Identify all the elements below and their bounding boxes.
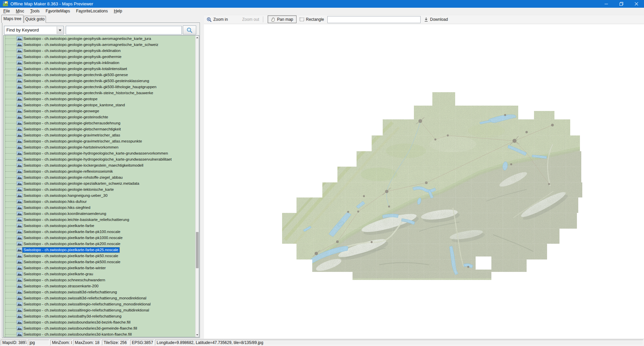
tree-item[interactable]: Swisstopo - ch.swisstopo.swissaltiregio-… (4, 301, 195, 307)
tree-item[interactable]: Swisstopo - ch.swisstopo.geologie-geotop… (4, 96, 195, 102)
menu-item-misc[interactable]: Misc (13, 8, 27, 15)
tree-connector (5, 141, 16, 141)
minimize-button[interactable] (599, 0, 614, 8)
tree-item[interactable]: Swisstopo - ch.swisstopo.pixelkarte-grau (4, 271, 195, 277)
map-layer-icon (16, 223, 23, 228)
tree-item[interactable]: Swisstopo - ch.swisstopo.pixelkarte-farb… (4, 247, 195, 253)
tree-item[interactable]: Swisstopo - ch.swisstopo.geologie-geoweg… (4, 108, 195, 114)
tree-scrollbar[interactable] (195, 36, 199, 337)
tree-item[interactable]: Swisstopo - ch.swisstopo.pixelkarte-farb… (4, 235, 195, 241)
menu-item-favoritelocations[interactable]: FavoriteLocations (73, 8, 111, 15)
map-layer-icon (16, 78, 23, 83)
tree-item[interactable]: Swisstopo - ch.swisstopo.pixelkarte-farb… (4, 259, 195, 265)
tree-item[interactable]: Swisstopo - ch.swisstopo.swissboundaries… (4, 319, 195, 325)
pan-map-button[interactable]: Pan map (268, 15, 297, 23)
tree-item[interactable]: Swisstopo - ch.swisstopo.pixelkarte-farb… (4, 253, 195, 259)
pan-map-label: Pan map (277, 17, 293, 22)
tree-item[interactable]: Swisstopo - ch.swisstopo.swissaltiregio-… (4, 307, 195, 313)
find-mode-combobox[interactable]: Find by Keyword (4, 26, 64, 35)
map-canvas[interactable] (204, 24, 644, 339)
tree-item[interactable]: Swisstopo - ch.swisstopo.geologie-geophy… (4, 60, 195, 66)
tree-item[interactable]: Swisstopo - ch.swisstopo.geologie-geotec… (4, 90, 195, 96)
tree-item[interactable]: Swisstopo - ch.swisstopo.geologie-geotop… (4, 102, 195, 108)
tree-item[interactable]: Swisstopo - ch.swisstopo.geologie-hydrog… (4, 150, 195, 156)
map-layer-icon (16, 284, 23, 288)
tree-item[interactable]: Swisstopo - ch.swisstopo.hiks-siegfried (4, 205, 195, 211)
menu-item-file[interactable]: File (0, 8, 13, 15)
tree-item-label: Swisstopo - ch.swisstopo.leichte-basiska… (22, 217, 130, 222)
tree-item[interactable]: Swisstopo - ch.swisstopo.swissboundaries… (4, 325, 195, 331)
tree-item[interactable]: Swisstopo - ch.swisstopo.geologie-geophy… (4, 66, 195, 72)
menu-item-tools[interactable]: Tools (27, 8, 43, 15)
tree-item[interactable]: Swisstopo - ch.swisstopo.pixelkarte-farb… (4, 229, 195, 235)
tree-item[interactable]: Swisstopo - ch.swisstopo.geologie-reflex… (4, 168, 195, 174)
tree-item[interactable]: Swisstopo - ch.swisstopo.geologie-geophy… (4, 42, 195, 48)
tree-item[interactable]: Swisstopo - ch.swisstopo.schneeschuhwand… (4, 277, 195, 283)
tree-item[interactable]: Swisstopo - ch.swisstopo.geologie-geophy… (4, 36, 195, 42)
tree-item[interactable]: Swisstopo - ch.swisstopo.swissalti3d-rel… (4, 295, 195, 301)
tree-item[interactable]: Swisstopo - ch.swisstopo.geologie-hydrog… (4, 156, 195, 162)
scrollbar-thumb[interactable] (196, 232, 199, 268)
tree-item[interactable]: Swisstopo - ch.swisstopo.pixelkarte-farb… (4, 265, 195, 271)
tree-item-label: Swisstopo - ch.swisstopo.swissalti3d-rel… (22, 290, 118, 295)
download-range-input[interactable] (327, 16, 421, 23)
tree-item[interactable]: Swisstopo - ch.swisstopo.leichte-basiska… (4, 217, 195, 223)
tree-item[interactable]: Swisstopo - ch.swisstopo.geologie-gestei… (4, 114, 195, 120)
tree-item[interactable]: Swisstopo - ch.swisstopo.geologie-geophy… (4, 48, 195, 54)
tree-item[interactable]: Swisstopo - ch.swisstopo.geologie-spezia… (4, 180, 195, 186)
tree-item[interactable]: Swisstopo - ch.swisstopo.geologie-geotec… (4, 78, 195, 84)
tree-item[interactable]: Swisstopo - ch.swisstopo.koordinatenaend… (4, 211, 195, 217)
menu-item-favoritemaps[interactable]: FavoriteMaps (43, 8, 73, 15)
tree-item-label: Swisstopo - ch.swisstopo.geologie-spezia… (22, 181, 140, 186)
tab-maps-tree[interactable]: Maps tree (1, 15, 23, 23)
rectangle-select-icon (300, 17, 304, 21)
tree-item-label: Swisstopo - ch.swisstopo.geologie-geotec… (22, 91, 154, 96)
tree-item[interactable]: Swisstopo - ch.swisstopo.hangneigung-ueb… (4, 192, 195, 198)
tree-item[interactable]: Swisstopo - ch.swisstopo.swissbathy3d-re… (4, 313, 195, 319)
switzerland-map-preview[interactable] (278, 91, 587, 282)
tree-item[interactable]: Swisstopo - ch.swisstopo.geologie-gletsc… (4, 120, 195, 126)
maps-tree-panel: Find by Keyword Swisstopo - ch.swisstopo… (2, 22, 200, 338)
scroll-down-button[interactable] (196, 333, 199, 337)
map-layer-icon (16, 272, 23, 276)
tree-item[interactable]: Swisstopo - ch.swisstopo.geologie-rohsto… (4, 174, 195, 180)
rectangle-button[interactable]: Rectangle (300, 15, 324, 24)
tab-quick-goto[interactable]: Quick goto (24, 16, 46, 23)
tree-item-label: Swisstopo - ch.swisstopo.pixelkarte-farb… (22, 229, 121, 234)
tree-item[interactable]: Swisstopo - ch.swisstopo.geologie-hartst… (4, 144, 195, 150)
search-button[interactable] (183, 25, 196, 35)
tree-item[interactable]: Swisstopo - ch.swisstopo.geologie-gravim… (4, 138, 195, 144)
zoom-out-button[interactable]: Zoom out (242, 15, 259, 24)
map-layer-icon (16, 84, 23, 89)
tree-item[interactable]: Swisstopo - ch.swisstopo.geologie-gletsc… (4, 126, 195, 132)
tree-item[interactable]: Swisstopo - ch.swisstopo.geologie-geotec… (4, 84, 195, 90)
download-button[interactable]: Download (424, 15, 448, 24)
search-icon (186, 27, 193, 34)
combo-dropdown-button[interactable] (57, 26, 63, 34)
tree-connector (5, 183, 16, 184)
restore-button[interactable] (614, 0, 629, 8)
zoom-in-button[interactable]: Zoom in (207, 15, 228, 24)
tree-item[interactable]: Swisstopo - ch.swisstopo.geologie-geophy… (4, 54, 195, 60)
keyword-input[interactable] (66, 26, 182, 35)
tree-item[interactable]: Swisstopo - ch.swisstopo.pixelkarte-farb… (4, 223, 195, 229)
menu-item-help[interactable]: Help (111, 8, 125, 15)
tree-item-label: Swisstopo - ch.swisstopo.pixelkarte-farb… (22, 266, 107, 271)
tree-connector (5, 153, 16, 154)
tree-item[interactable]: Swisstopo - ch.swisstopo.swissalti3d-rel… (4, 289, 195, 295)
map-layer-icon (16, 175, 23, 180)
close-button[interactable] (629, 0, 644, 8)
tree-item[interactable]: Swisstopo - ch.swisstopo.geologie-gravim… (4, 132, 195, 138)
map-layer-icon (16, 163, 23, 168)
tree-connector (5, 334, 16, 335)
tree-item[interactable]: Swisstopo - ch.swisstopo.geologie-tekton… (4, 186, 195, 192)
tree-item[interactable]: Swisstopo - ch.swisstopo.strassenkarte-2… (4, 283, 195, 289)
tree-item[interactable]: Swisstopo - ch.swisstopo.pixelkarte-farb… (4, 241, 195, 247)
tree-item[interactable]: Swisstopo - ch.swisstopo.geologie-geotec… (4, 72, 195, 78)
tree-connector (5, 45, 16, 45)
tree-item[interactable]: Swisstopo - ch.swisstopo.hiks-dufour (4, 198, 195, 205)
tree-connector (5, 177, 16, 178)
scroll-up-button[interactable] (196, 36, 199, 40)
tree-item[interactable]: Swisstopo - ch.swisstopo.geologie-locker… (4, 162, 195, 168)
tree-item[interactable]: Swisstopo - ch.swisstopo.swissboundaries… (4, 331, 195, 337)
